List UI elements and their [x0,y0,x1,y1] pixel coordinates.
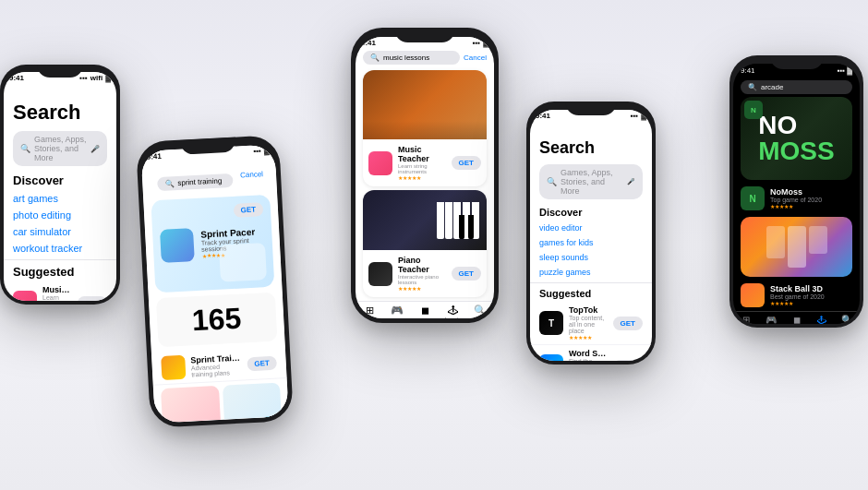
tab-apps-icon-3: ◼ [421,305,429,317]
app-desc-music: Learn string instruments [42,294,72,301]
phone-4: 9:41 ▪▪▪ ▓ Search 🔍 Games, Apps, Stories… [526,102,656,365]
time-2: 9:41 [147,152,162,161]
nomoss-desc: Top game of 2020 [770,197,852,203]
sprint-img-1 [161,386,222,424]
discover-sleep-sounds[interactable]: sleep sounds [530,250,652,265]
sprint-number-display: 165 [156,293,278,348]
nomoss-text-block: NO MOSS [758,113,834,164]
black-key-1 [459,215,464,239]
discover-title-4: Discover [530,202,652,221]
app-icon-toptok: T [539,311,563,335]
arcade-search-icon: 🔍 [748,83,757,91]
phone-1-screen: 9:41 ▪▪▪ wifi ▓ Search 🔍 Games, Apps, St… [4,72,116,301]
music-teacher-desc: Learn string instruments [398,163,446,174]
arcade-search-bar[interactable]: 🔍 arcade [741,80,852,94]
tab-today-icon-5: ⊞ [742,315,750,324]
music-cancel-btn[interactable]: Cancel [464,54,487,62]
piano-teacher-get[interactable]: GET [452,267,481,281]
tab-bar-3: ⊞ Today 🎮 Games ◼ Apps 🕹 Arcade [356,301,494,318]
nomoss-stars: ★★★★★ [770,203,852,209]
black-key-2 [468,215,474,239]
nomoss-small-icon: N [744,101,763,119]
sprint-search-icon: 🔍 [164,179,174,188]
phone-1: 9:41 ▪▪▪ wifi ▓ Search 🔍 Games, Apps, St… [0,65,120,305]
search-title-1: Search [4,97,116,128]
tab-arcade-5[interactable]: 🕹 Arcade [809,315,834,324]
battery-icon: ▓ [105,74,111,82]
stackball-info: Stack Ball 3D Best game of 2020 ★★★★★ [770,284,852,306]
sprint-cancel-btn[interactable]: Cancel [240,170,263,179]
piano-teacher-card: Piano Teacher Interactive piano lessons … [363,190,487,297]
arcade-battery: ▓ [847,66,852,75]
phone-3-content: 9:41 ▪▪▪ ▓ 🔍 music lessons Cancel [356,37,494,318]
sprint-trainer-get[interactable]: GET [247,355,277,371]
discover-video-editor[interactable]: video editor [530,221,652,235]
wifi-icon: wifi [90,74,102,82]
discover-games-kids[interactable]: games for kids [530,235,652,250]
piano-keys [437,202,479,239]
sprint-trainer-icon [161,355,186,380]
get-btn-music[interactable]: GET [78,296,107,302]
sprint-hero-icon [160,228,195,263]
banner-bar-3 [809,226,827,254]
tab-apps-3[interactable]: ◼ Apps [411,305,439,318]
app-name-music: Music Teacher [42,285,72,294]
discover-workout-tracker[interactable]: workout tracker [4,240,116,257]
status-icons-1: ▪▪▪ wifi ▓ [79,74,111,82]
sprint-search-bar[interactable]: 🔍 sprint training [157,173,234,191]
sprint-img-2 [222,382,283,423]
app-row-music: Music Teacher Learn string instruments ★… [4,281,116,301]
tab-arcade-3[interactable]: 🕹 Arcade [439,305,466,318]
nomoss-text-no: NO [758,113,834,138]
discover-photo-editing[interactable]: photo editing [4,207,116,223]
discover-car-simulator[interactable]: car simulator [4,223,116,240]
tab-search-3[interactable]: 🔍 Search [466,305,494,318]
sprint-hero-get[interactable]: GET [233,202,263,218]
tab-today-5[interactable]: ⊞ Today [733,315,758,324]
tab-games-3[interactable]: 🎮 Games [383,305,411,318]
get-btn-toptok[interactable]: GET [613,317,643,330]
suggested-title-4: Suggested [530,282,652,302]
piano-teacher-info-row: Piano Teacher Interactive piano lessons … [363,250,487,297]
discover-puzzle-games[interactable]: puzzle games [530,265,652,280]
phone-2-screen: 9:41 ▪▪▪ ▓ 🔍 sprint training Cancel [141,144,289,423]
discover-title-1: Discover [4,169,116,190]
music-search-row: 🔍 music lessons Cancel [356,49,494,66]
tab-today-label-3: Today [362,317,377,318]
sprint-search-text: sprint training [177,176,222,187]
tab-apps-icon-5: ◼ [793,315,801,324]
music-teacher-info: Music Teacher Learn string instruments ★… [398,145,446,181]
search-icon-4: 🔍 [547,177,557,186]
nomoss-app-row: N NoMoss Top game of 2020 ★★★★★ [733,183,860,214]
game-banner [741,217,852,277]
phone-1-content: 9:41 ▪▪▪ wifi ▓ Search 🔍 Games, Apps, St… [4,72,116,301]
nomoss-text-moss: MOSS [758,138,834,164]
phone-4-content: 9:41 ▪▪▪ ▓ Search 🔍 Games, Apps, Stories… [530,110,652,361]
search-title-4: Search [530,135,652,161]
get-btn-word[interactable]: GET [613,360,643,362]
music-teacher-get[interactable]: GET [452,156,481,170]
nomoss-icon-letter: N [751,106,756,114]
search-bar-4[interactable]: 🔍 Games, Apps, Stories, and More 🎤 [539,164,643,199]
piano-teacher-image [363,190,487,250]
signal-2: ▪▪▪ [253,147,261,155]
music-teacher-icon [368,151,392,175]
tab-apps-5[interactable]: ◼ Apps [784,315,809,324]
tab-games-5[interactable]: 🎮 Games [758,315,783,324]
time-4: 9:41 [536,112,550,120]
search-header-1: Search 🔍 Games, Apps, Stories, and More … [4,84,116,169]
app-stars-toptok: ★★★★★ [569,334,608,341]
status-icons-3: ▪▪▪ ▓ [473,39,488,47]
phone-2: 9:41 ▪▪▪ ▓ 🔍 sprint training Cancel [136,135,294,428]
search-icon-1: 🔍 [20,144,30,153]
tab-today-icon-3: ⊞ [366,305,374,317]
sprint-search-row: 🔍 sprint training Cancel [141,156,277,197]
search-bar-1[interactable]: 🔍 Games, Apps, Stories, and More 🎤 [13,131,107,166]
music-search-bar[interactable]: 🔍 music lessons [363,51,460,65]
suggested-title-1: Suggested [4,259,116,281]
notch-1 [37,65,83,78]
tab-search-5[interactable]: 🔍 Search [835,315,860,324]
tab-today-3[interactable]: ⊞ Today [356,305,383,318]
discover-art-games[interactable]: art games [4,190,116,207]
app-info-music: Music Teacher Learn string instruments ★… [42,285,72,301]
